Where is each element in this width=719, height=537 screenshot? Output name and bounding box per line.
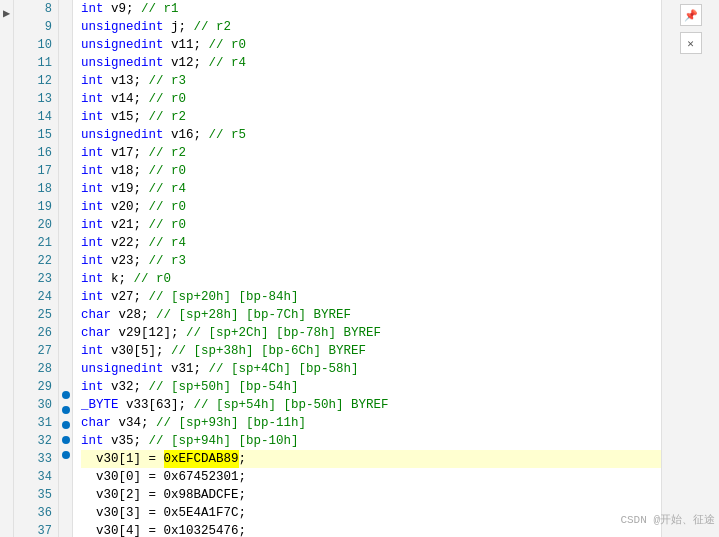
line-number: 29 (38, 378, 52, 396)
line-number: 15 (38, 126, 52, 144)
breakpoint-dot[interactable] (62, 421, 70, 429)
comment: // [sp+50h] [bp-54h] (149, 378, 299, 396)
editor-area: ▶ 89101112131415161718192021222324252627… (0, 0, 719, 537)
line-number: 17 (38, 162, 52, 180)
line-number: 27 (38, 342, 52, 360)
line-number: 11 (38, 54, 52, 72)
breakpoint-dot[interactable] (62, 451, 70, 459)
code-line: int k; // r0 (81, 270, 661, 288)
watermark: CSDN @开始、征途 (620, 512, 715, 527)
code-line: char v29[12]; // [sp+2Ch] [bp-78h] BYREF (81, 324, 661, 342)
code-line: v30[1] = 0xEFCDAB89; (81, 450, 661, 468)
line-number: 9 (45, 18, 52, 36)
code-line: int v14; // r0 (81, 90, 661, 108)
close-icon[interactable]: ✕ (680, 32, 702, 54)
left-sidebar: ▶ (0, 0, 14, 537)
comment: // [sp+4Ch] [bp-58h] (209, 360, 359, 378)
breakpoint-dot[interactable] (62, 436, 70, 444)
comment: // r4 (149, 234, 187, 252)
code-line: int v21; // r0 (81, 216, 661, 234)
line-number: 19 (38, 198, 52, 216)
comment: // [sp+28h] [bp-7Ch] BYREF (156, 306, 351, 324)
dot-line (62, 403, 70, 418)
line-number: 16 (38, 144, 52, 162)
code-line: unsigned int j; // r2 (81, 18, 661, 36)
line-number: 30 (38, 396, 52, 414)
comment: // r0 (149, 198, 187, 216)
comment: // r2 (149, 144, 187, 162)
comment: // [sp+2Ch] [bp-78h] BYREF (186, 324, 381, 342)
comment: // [sp+93h] [bp-11h] (156, 414, 306, 432)
code-line: unsigned int v16; // r5 (81, 126, 661, 144)
comment: // r3 (149, 252, 187, 270)
code-line: _BYTE v33[63]; // [sp+54h] [bp-50h] BYRE… (81, 396, 661, 414)
comment: // r1 (141, 0, 179, 18)
code-line: v30[2] = 0x98BADCFE; (81, 486, 661, 504)
comment: // r0 (149, 162, 187, 180)
code-line: int v32; // [sp+50h] [bp-54h] (81, 378, 661, 396)
code-line: char v28; // [sp+28h] [bp-7Ch] BYREF (81, 306, 661, 324)
pin-icon[interactable]: 📌 (680, 4, 702, 26)
line-number: 13 (38, 90, 52, 108)
code-line: int v30[5]; // [sp+38h] [bp-6Ch] BYREF (81, 342, 661, 360)
comment: // [sp+54h] [bp-50h] BYREF (194, 396, 389, 414)
line-number: 20 (38, 216, 52, 234)
dot-line (62, 433, 70, 448)
code-line: v30[0] = 0x67452301; (81, 468, 661, 486)
line-number: 25 (38, 306, 52, 324)
collapse-arrow[interactable]: ▶ (3, 6, 10, 21)
code-line: int v15; // r2 (81, 108, 661, 126)
code-line: v30[3] = 0x5E4A1F7C; (81, 504, 661, 522)
line-number: 14 (38, 108, 52, 126)
line-number: 24 (38, 288, 52, 306)
comment: // r0 (149, 90, 187, 108)
code-area: int v9; // r1 unsigned int j; // r2 unsi… (73, 0, 661, 537)
dot-line (62, 388, 70, 403)
line-number: 32 (38, 432, 52, 450)
comment: // r5 (209, 126, 247, 144)
right-icons: 📌 ✕ (676, 0, 706, 58)
line-numbers: 8910111213141516171819202122232425262728… (14, 0, 59, 537)
comment: // r3 (149, 72, 187, 90)
code-line: char v34; // [sp+93h] [bp-11h] (81, 414, 661, 432)
comment: // r4 (209, 54, 247, 72)
comment: // [sp+20h] [bp-84h] (149, 288, 299, 306)
code-line: unsigned int v11; // r0 (81, 36, 661, 54)
comment: // r2 (194, 18, 232, 36)
comment: // r2 (149, 108, 187, 126)
code-line: unsigned int v31; // [sp+4Ch] [bp-58h] (81, 360, 661, 378)
code-line: int v13; // r3 (81, 72, 661, 90)
comment: // r0 (209, 36, 247, 54)
code-line: int v20; // r0 (81, 198, 661, 216)
code-line: int v17; // r2 (81, 144, 661, 162)
line-number: 35 (38, 486, 52, 504)
line-number: 34 (38, 468, 52, 486)
code-line: int v35; // [sp+94h] [bp-10h] (81, 432, 661, 450)
line-number: 21 (38, 234, 52, 252)
right-panel: 📌 ✕ CSDN @开始、征途 (661, 0, 719, 537)
breakpoint-dot[interactable] (62, 391, 70, 399)
line-number: 8 (45, 0, 52, 18)
line-number: 12 (38, 72, 52, 90)
line-number: 28 (38, 360, 52, 378)
highlighted-value: 0xEFCDAB89 (164, 450, 239, 468)
code-line: int v9; // r1 (81, 0, 661, 18)
comment: // r0 (149, 216, 187, 234)
comment: // [sp+38h] [bp-6Ch] BYREF (171, 342, 366, 360)
line-number: 10 (38, 36, 52, 54)
line-number: 18 (38, 180, 52, 198)
breakpoint-column (59, 0, 73, 537)
code-line: int v27; // [sp+20h] [bp-84h] (81, 288, 661, 306)
code-line: int v18; // r0 (81, 162, 661, 180)
code-line: int v19; // r4 (81, 180, 661, 198)
line-number: 26 (38, 324, 52, 342)
line-number: 31 (38, 414, 52, 432)
scrollbar-area[interactable]: CSDN @开始、征途 (662, 58, 719, 537)
breakpoint-dot[interactable] (62, 406, 70, 414)
dot-line (62, 448, 70, 463)
dot-line (62, 418, 70, 433)
line-number: 23 (38, 270, 52, 288)
code-line: v30[4] = 0x10325476; (81, 522, 661, 537)
comment: // r0 (134, 270, 172, 288)
code-line: int v23; // r3 (81, 252, 661, 270)
